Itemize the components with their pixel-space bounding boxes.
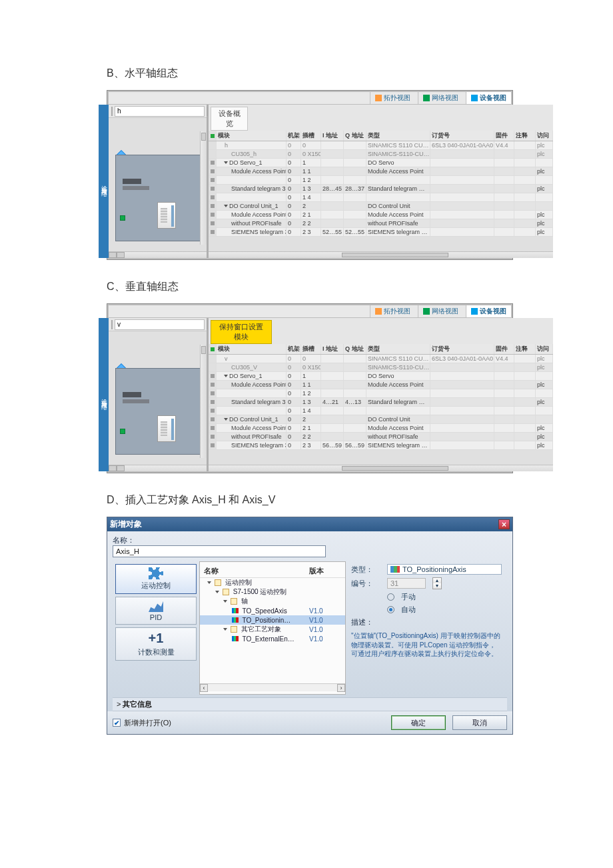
side-tab[interactable]: 设备与网络 [99,105,109,258]
device-icon [471,308,478,315]
tab-device[interactable]: 设备视图 [466,92,511,104]
topology-icon [375,95,382,101]
device-name-input-c[interactable] [115,319,205,330]
type-field: TO_PositioningAxis [387,564,502,575]
close-icon[interactable]: × [498,519,510,529]
tab-network[interactable]: 网络视图 [418,92,463,104]
new-object-dialog: 新增对象 × 名称： 运动控制 PID +1计数和测量 名称版本 运动控制 S7… [107,517,513,735]
tb-dd[interactable] [207,107,208,116]
topology-icon [375,308,382,315]
number-field: 31 [387,578,426,589]
tab-network-c[interactable]: 网络视图 [418,305,463,317]
chart-icon [149,600,163,612]
name-label: 名称： [113,535,507,545]
radio-manual[interactable] [387,593,394,601]
cat-counter[interactable]: +1计数和测量 [115,627,197,661]
tree-item[interactable]: TO_ExternalEn…V1.0 [200,634,345,643]
tree-h-scroll[interactable]: ‹› [200,683,345,691]
number-spinner[interactable]: ▲▼ [432,577,442,589]
device-icon [471,95,478,101]
drive-module-c[interactable] [157,415,176,442]
ok-button[interactable]: 确定 [391,715,446,730]
grid-h-scroll[interactable] [209,251,553,258]
cat-pid[interactable]: PID [115,597,197,625]
new-open-checkbox[interactable]: ✔ [113,719,121,727]
drive-module[interactable] [157,202,176,229]
side-tab-c[interactable]: 设备与网络 [99,318,109,471]
tree-item[interactable]: 运动控制 [200,578,345,587]
cancel-button[interactable]: 取消 [452,715,507,730]
name-input[interactable] [113,545,326,557]
device-name-input[interactable] [115,106,205,117]
plus-icon: +1 [149,631,164,646]
section-b-title: B、水平轴组态 [107,67,513,81]
other-info-header[interactable]: > 其它信息 [113,697,507,711]
screenshot-b: 拓扑视图 网络视图 设备视图 设备与网络 [107,90,513,260]
v-scrollbar-c[interactable] [200,345,207,458]
network-icon [423,95,430,101]
desc-label: 描述： [351,617,502,627]
radio-auto[interactable] [387,606,394,613]
tree-item[interactable]: S7-1500 运动控制 [200,587,345,597]
tree-item[interactable]: 其它工艺对象V1.0 [200,625,345,634]
tree-item[interactable]: TO_Positionin…V1.0 [200,615,345,625]
tree-item[interactable]: TO_SpeedAxisV1.0 [200,606,345,615]
h-scrollbar[interactable] [109,251,207,258]
tb-device-btn-c[interactable] [111,320,113,329]
section-c-title: C、垂直轴组态 [107,280,513,294]
tb-device-btn[interactable] [111,107,113,116]
screenshot-c: 拓扑视图 网络视图 设备视图 设备与网络 [107,303,513,473]
cat-motion[interactable]: 运动控制 [115,564,197,594]
desc-text: "位置轴"(TO_PositioningAxis) 用于映射控制器中的物理驱动装… [351,631,502,659]
h-scrollbar-c[interactable] [109,465,207,471]
device-rack-c[interactable] [115,368,202,455]
panel-title: 设备概览 [211,107,248,131]
panel-keep-setting[interactable]: 保持窗口设置 模块 [211,320,272,344]
status-dot [120,215,125,221]
grid-h-scroll-c[interactable] [209,465,553,471]
tab-device-c[interactable]: 设备视图 [466,305,511,317]
section-d-title: D、插入工艺对象 Axis_H 和 Axis_V [107,493,513,507]
v-scrollbar[interactable] [200,131,207,245]
tb-dd-c[interactable] [207,320,208,329]
gear-icon [149,567,163,579]
device-rack[interactable] [115,155,202,241]
type-icon [390,566,400,573]
tab-topology[interactable]: 拓扑视图 [370,92,415,104]
tree-item[interactable]: 轴 [200,597,345,606]
status-dot [120,429,125,434]
network-icon [423,308,430,315]
tab-topology-c[interactable]: 拓扑视图 [370,305,415,317]
new-open-label: 新增并打开(O) [124,718,171,728]
dialog-title: 新增对象 [110,519,142,530]
